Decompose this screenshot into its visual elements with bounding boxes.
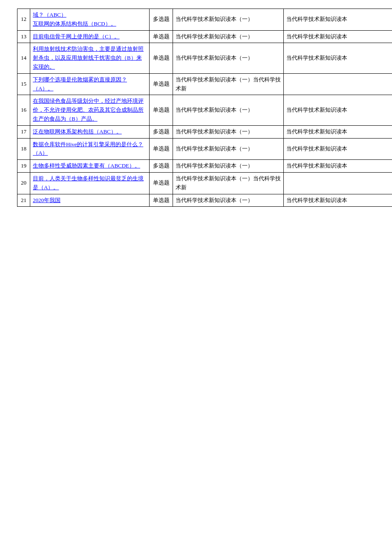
question-type: 多选题 bbox=[150, 160, 173, 173]
row-number: 17 bbox=[17, 125, 30, 138]
table-row: 12域？（ABC）互联网的体系结构包括（BCD）。多选题当代科学技术新知识读本（… bbox=[17, 9, 392, 31]
source-2: 当代科学技术新知识读本 bbox=[284, 30, 392, 43]
source-2: 当代科学技术新知识读本 bbox=[284, 138, 392, 160]
source-2: 当代科学技术新知识读本 bbox=[284, 160, 392, 173]
question-text[interactable]: 目前，人类关于生物多样性知识最贫乏的生境是（A）。 bbox=[30, 172, 150, 194]
questions-table: 12域？（ABC）互联网的体系结构包括（BCD）。多选题当代科学技术新知识读本（… bbox=[17, 9, 392, 207]
source-2: 当代科学技术新知识读本 bbox=[284, 125, 392, 138]
source-2 bbox=[284, 172, 392, 194]
question-text[interactable]: 域？（ABC）互联网的体系结构包括（BCD）。 bbox=[30, 9, 150, 31]
question-type: 单选题 bbox=[150, 194, 173, 207]
source-1: 当代科学技术新知识读本（一）当代科学技术新 bbox=[173, 172, 284, 194]
source-1: 当代科学技术新知识读本（一） bbox=[173, 9, 284, 31]
source-1: 当代科学技术新知识读本（一） bbox=[173, 125, 284, 138]
question-type: 单选题 bbox=[150, 172, 173, 194]
question-text[interactable]: 下列哪个选项是伦敦烟雾的直接原因？（A）。 bbox=[30, 73, 150, 95]
question-text[interactable]: 数据仓库软件Hive的计算引擎采用的是什么？（A） bbox=[30, 138, 150, 160]
question-text[interactable]: 生物多样性受威胁因素主要有（ABCDE）。 bbox=[30, 160, 150, 173]
question-text[interactable]: 泛在物联网体系架构包括（ABC）。 bbox=[30, 125, 150, 138]
source-1: 当代科学技术新知识读本（一） bbox=[173, 160, 284, 173]
question-type: 单选题 bbox=[150, 43, 173, 73]
source-1: 当代科学技术新知识读本（一） bbox=[173, 95, 284, 125]
table-row: 16在我国绿色食品等级划分中，经过产地环境评价，不允许使用化肥、农药及其它合成制… bbox=[17, 95, 392, 125]
source-1: 当代科学技术新知识读本（一） bbox=[173, 30, 284, 43]
source-2: 当代科学技术新知识读本 bbox=[284, 9, 392, 31]
table-row: 14利用放射线技术防治害虫，主要是通过放射照射杀虫，以及应用放射线干扰害虫的（B… bbox=[17, 43, 392, 73]
question-type: 单选题 bbox=[150, 30, 173, 43]
row-number: 18 bbox=[17, 138, 30, 160]
question-text[interactable]: 在我国绿色食品等级划分中，经过产地环境评价，不允许使用化肥、农药及其它合成制品所… bbox=[30, 95, 150, 125]
question-type: 单选题 bbox=[150, 73, 173, 95]
row-number: 16 bbox=[17, 95, 30, 125]
question-type: 多选题 bbox=[150, 125, 173, 138]
table-row: 18数据仓库软件Hive的计算引擎采用的是什么？（A）单选题当代科学技术新知识读… bbox=[17, 138, 392, 160]
question-type: 多选题 bbox=[150, 9, 173, 31]
source-2: 当代科学技术新知识读本 bbox=[284, 95, 392, 125]
row-number: 20 bbox=[17, 172, 30, 194]
source-1: 当代科学技术新知识读本（一） bbox=[173, 138, 284, 160]
table-row: 19生物多样性受威胁因素主要有（ABCDE）。多选题当代科学技术新知识读本（一）… bbox=[17, 160, 392, 173]
source-1: 当代科学技术新知识读本（一） bbox=[173, 43, 284, 73]
row-number: 12 bbox=[17, 9, 30, 31]
table-row: 212020年我国单选题当代科学技术新知识读本（一）当代科学技术新知识读本 bbox=[17, 194, 392, 207]
row-number: 19 bbox=[17, 160, 30, 173]
table-row: 15下列哪个选项是伦敦烟雾的直接原因？（A）。单选题当代科学技术新知识读本（一）… bbox=[17, 73, 392, 95]
row-number: 13 bbox=[17, 30, 30, 43]
source-1: 当代科学技术新知识读本（一）当代科学技术新 bbox=[173, 73, 284, 95]
question-text[interactable]: 目前电信骨干网上使用的是（C）。 bbox=[30, 30, 150, 43]
question-type: 单选题 bbox=[150, 95, 173, 125]
question-type: 单选题 bbox=[150, 138, 173, 160]
source-2 bbox=[284, 73, 392, 95]
row-number: 15 bbox=[17, 73, 30, 95]
source-2: 当代科学技术新知识读本 bbox=[284, 43, 392, 73]
question-text[interactable]: 利用放射线技术防治害虫，主要是通过放射照射杀虫，以及应用放射线干扰害虫的（B）来… bbox=[30, 43, 150, 73]
source-2: 当代科学技术新知识读本 bbox=[284, 194, 392, 207]
source-1: 当代科学技术新知识读本（一） bbox=[173, 194, 284, 207]
row-number: 21 bbox=[17, 194, 30, 207]
table-row: 20目前，人类关于生物多样性知识最贫乏的生境是（A）。单选题当代科学技术新知识读… bbox=[17, 172, 392, 194]
table-row: 17泛在物联网体系架构包括（ABC）。多选题当代科学技术新知识读本（一）当代科学… bbox=[17, 125, 392, 138]
row-number: 14 bbox=[17, 43, 30, 73]
table-row: 13目前电信骨干网上使用的是（C）。单选题当代科学技术新知识读本（一）当代科学技… bbox=[17, 30, 392, 43]
question-text[interactable]: 2020年我国 bbox=[30, 194, 150, 207]
